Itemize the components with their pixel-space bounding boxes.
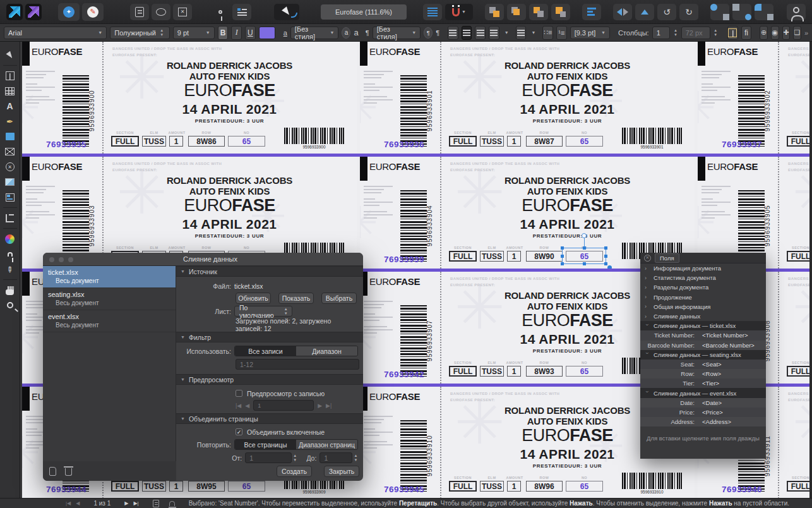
ticket-number[interactable]: 76933946 xyxy=(722,485,791,494)
selection-handle[interactable] xyxy=(561,246,564,250)
color-wheel-tool[interactable] xyxy=(2,232,18,246)
event-duration[interactable]: PRESTATIEDUUR: 3 UUR xyxy=(102,233,357,239)
seat-box[interactable]: 65 xyxy=(228,481,265,492)
transform-origin-button[interactable]: ⊕ xyxy=(760,26,768,40)
section-box[interactable]: FULL xyxy=(449,251,477,262)
fields-group[interactable]: ›Информация документа xyxy=(640,263,766,273)
source-item[interactable]: event.xlsxВесь документ xyxy=(43,310,176,332)
boolean-subtract-button[interactable] xyxy=(732,4,751,20)
frame-text-tool[interactable] xyxy=(2,69,18,83)
seat-box[interactable]: 65 xyxy=(566,366,603,377)
last-record-button[interactable]: ▶| xyxy=(326,402,331,409)
section-box[interactable]: FULL xyxy=(449,481,477,492)
artist-names[interactable]: ROLAND DERRICK JACOBSAUTO FENIX KIDS xyxy=(778,176,812,197)
amount-box[interactable]: 1 xyxy=(507,366,521,377)
font-size-select[interactable]: 9 pt▼ xyxy=(173,27,215,39)
event-duration[interactable]: PRESTATIEDUUR: 3 UUR xyxy=(778,118,812,124)
data-merge-layout-tool[interactable] xyxy=(2,190,18,204)
field-row[interactable]: Seat:<Seat> xyxy=(640,360,766,369)
choose-button[interactable]: Выбрать xyxy=(321,293,357,304)
artist-names[interactable]: ROLAND DERRICK JACOBSAUTO FENIX KIDS xyxy=(102,61,357,82)
spread-setup-button[interactable] xyxy=(152,4,170,20)
merge-pages-section-header[interactable]: ▼Объединить страницы xyxy=(176,413,363,424)
character-style-select[interactable]: [Без стиля]▼ xyxy=(290,27,339,39)
ticket-number[interactable]: 76933942 xyxy=(384,370,453,379)
stepper-icon[interactable]: ▲▼ xyxy=(673,28,678,38)
view-hand-tool[interactable] xyxy=(2,283,18,297)
amount-box[interactable]: 1 xyxy=(169,481,183,492)
record-input[interactable]: 1 xyxy=(253,400,314,411)
flip-vertical-button[interactable] xyxy=(635,4,654,20)
pointer-cloud-button[interactable] xyxy=(274,4,299,20)
ticket-number[interactable]: 76933935 xyxy=(46,140,116,149)
source-section-header[interactable]: ▼Источник xyxy=(176,266,363,277)
event-brand[interactable]: EUROFASE xyxy=(440,196,695,215)
event-date[interactable]: 14 APRIL 2021 xyxy=(778,332,812,347)
numbered-list-button[interactable]: ¹≡ xyxy=(556,26,567,40)
preflight-button[interactable] xyxy=(232,4,251,20)
sheet-select[interactable]: По умолчанию▲▼ xyxy=(234,306,292,317)
align-center-button[interactable] xyxy=(462,26,472,40)
range-input[interactable]: 1-12 xyxy=(236,359,359,370)
ticket-number[interactable]: 76933945 xyxy=(384,485,453,494)
account-button[interactable] xyxy=(787,4,806,20)
event-duration[interactable]: PRESTATIEDUUR: 3 UUR xyxy=(440,463,695,469)
last-page-button[interactable]: ▶| xyxy=(133,500,138,506)
text-frame-settings-button[interactable] xyxy=(727,26,738,40)
ticket[interactable]: ✳ ✳ ✳ EUROFASE 9596933904 76933939 BANGE… xyxy=(360,157,695,269)
preflight-status-icon[interactable] xyxy=(169,501,175,506)
text-frame-button[interactable] xyxy=(423,4,442,20)
to-input[interactable]: 1 xyxy=(319,452,352,463)
fields-group[interactable]: ›Слияние данных — seating.xlsx xyxy=(640,350,766,360)
section-box[interactable]: FULL xyxy=(787,366,812,377)
para-style-reset-button[interactable]: ¶ xyxy=(424,27,433,39)
tier-box[interactable]: TUSS xyxy=(480,481,504,492)
event-duration[interactable]: PRESTATIEDUUR: 3 UUR xyxy=(440,233,695,239)
selection-handle[interactable] xyxy=(604,246,607,250)
row-box[interactable]: 8W87 xyxy=(526,136,563,147)
bullet-list-button[interactable]: ∷≡ xyxy=(542,26,553,40)
field-row[interactable]: Address:<Address> xyxy=(640,417,766,426)
filter-section-header[interactable]: ▼Фильтр xyxy=(176,332,363,342)
show-button[interactable]: Показать xyxy=(278,293,314,304)
event-date[interactable]: 14 APRIL 2021 xyxy=(102,217,357,232)
vector-crop-tool[interactable] xyxy=(2,211,18,225)
artist-names[interactable]: ROLAND DERRICK JACOBSAUTO FENIX KIDS xyxy=(102,176,357,197)
event-date[interactable]: 14 APRIL 2021 xyxy=(440,217,695,232)
artist-names[interactable]: ROLAND DERRICK JACOBSAUTO FENIX KIDS xyxy=(778,291,812,311)
first-record-button[interactable]: |◀ xyxy=(236,402,241,409)
merge-sources-list[interactable]: ticket.xlsxВесь документseating.xlsxВесь… xyxy=(43,266,176,461)
section-box[interactable]: FULL xyxy=(449,366,477,377)
font-weight-select[interactable]: Полужирный▲▼ xyxy=(110,27,170,39)
preview-mode-button[interactable]: ◉ xyxy=(771,26,779,40)
color-picker-tool[interactable]: ✐ xyxy=(2,262,18,276)
photo-persona-button[interactable]: ✦ xyxy=(58,3,80,21)
ligatures-button[interactable]: fi xyxy=(741,26,752,40)
stepper-icon[interactable]: ▲▼ xyxy=(352,453,359,463)
fields-group[interactable]: ›Слияние данных — event.xlsx xyxy=(640,388,766,397)
preview-section-header[interactable]: ▼Предпросмотр xyxy=(176,374,363,385)
section-box[interactable]: FULL xyxy=(787,136,812,147)
fields-panel-tab[interactable]: Поля xyxy=(655,253,679,263)
prev-page-button[interactable]: ◀ xyxy=(76,500,80,506)
selection-handle[interactable] xyxy=(583,246,586,250)
merge-included-checkbox[interactable]: ✓ xyxy=(236,428,242,435)
preview-checkbox[interactable] xyxy=(236,390,242,397)
artist-names[interactable]: ROLAND DERRICK JACOBSAUTO FENIX KIDS xyxy=(778,406,812,426)
row-box[interactable]: 8W90 xyxy=(526,251,563,262)
event-brand[interactable]: EUROFASE xyxy=(778,81,812,100)
event-brand[interactable]: EUROFASE xyxy=(778,311,812,330)
font-family-select[interactable]: Arial▼ xyxy=(4,27,107,39)
pen-tool[interactable]: ✒ xyxy=(2,114,18,128)
duplicate-button[interactable]: ❏ xyxy=(793,26,801,40)
tier-box[interactable]: TUSS xyxy=(480,366,504,377)
rotation-handle[interactable] xyxy=(582,233,587,238)
row-box[interactable]: 8W93 xyxy=(526,366,563,377)
columns-input[interactable]: 1 xyxy=(652,27,671,39)
next-record-button[interactable]: ▶ xyxy=(318,402,322,409)
event-brand[interactable]: EUROFASE xyxy=(102,196,357,215)
section-box[interactable]: FULL xyxy=(111,481,139,492)
snapping-button[interactable]: ▼ xyxy=(445,4,473,20)
event-brand[interactable]: EUROFASE xyxy=(440,81,695,100)
ticket-number[interactable]: 76933936 xyxy=(384,140,453,149)
